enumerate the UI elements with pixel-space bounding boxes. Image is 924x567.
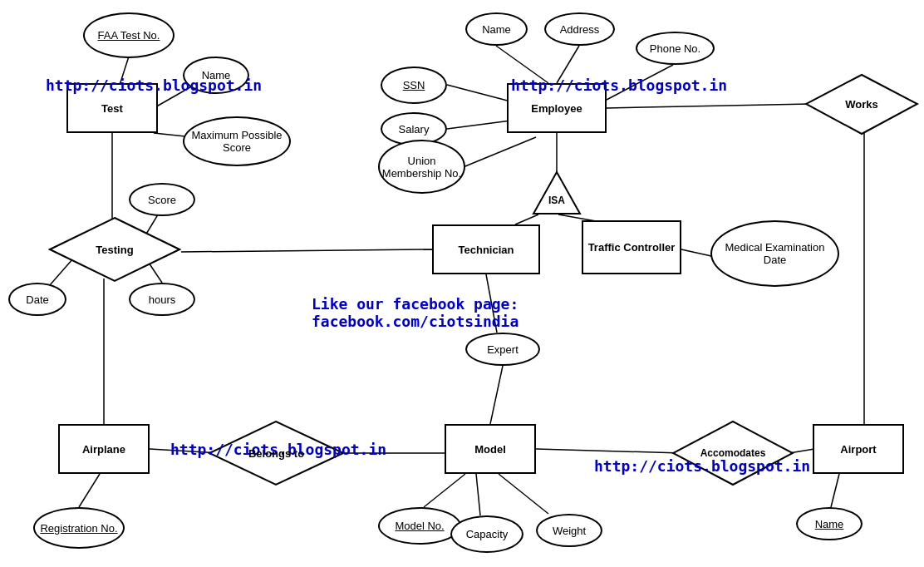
svg-line-23 (490, 366, 503, 424)
svg-text:ISA: ISA (548, 195, 565, 206)
max-possible-score-label: Maximum Possible Score (184, 129, 289, 154)
facebook-promo: Like our facebook page: facebook.com/cio… (312, 295, 519, 330)
max-possible-score-node: Maximum Possible Score (183, 116, 291, 166)
watermark-2: http://ciots.blogspot.in (511, 76, 727, 94)
traffic-controller-node: Traffic Controller (582, 220, 681, 274)
phone-no-node: Phone No. (636, 32, 715, 65)
date-node: Date (8, 283, 66, 316)
technician-label: Technician (459, 244, 514, 256)
airport-name-node: Name (796, 507, 863, 540)
date-label: Date (26, 293, 48, 306)
ssn-node: SSN (381, 67, 447, 104)
emp-name-label: Name (482, 23, 511, 36)
svg-line-25 (424, 474, 465, 507)
emp-name-node: Name (465, 12, 528, 46)
testing-label: Testing (96, 244, 133, 256)
expert-node: Expert (465, 333, 540, 366)
svg-line-27 (499, 474, 548, 514)
er-diagram: FAA Test No. Name Test Maximum Possible … (0, 0, 924, 567)
svg-line-7 (181, 249, 432, 252)
model-no-node: Model No. (378, 507, 461, 545)
capacity-node: Capacity (450, 515, 523, 553)
score-label: Score (148, 194, 176, 206)
watermark-4: http://ciots.blogspot.in (594, 457, 810, 475)
weight-label: Weight (553, 525, 586, 537)
works-label: Works (845, 98, 878, 111)
isa-node: ISA (532, 170, 582, 216)
svg-line-26 (476, 474, 480, 515)
model-label: Model (474, 443, 506, 456)
svg-line-16 (461, 137, 536, 168)
airport-node: Airport (813, 424, 904, 474)
salary-label: Salary (399, 123, 430, 136)
svg-line-21 (607, 104, 810, 108)
expert-label: Expert (487, 343, 519, 356)
medical-exam-date-node: Medical Examination Date (710, 220, 839, 287)
belongs-to-label: Belongs to (248, 447, 304, 460)
weight-node: Weight (536, 514, 602, 547)
ssn-label: SSN (403, 79, 425, 91)
hours-label: hours (149, 293, 176, 306)
svg-line-28 (536, 449, 681, 453)
registration-no-node: Registration No. (33, 507, 125, 549)
phone-no-label: Phone No. (650, 42, 700, 55)
union-membership-label: Union Membership No. (380, 155, 464, 180)
capacity-label: Capacity (466, 528, 509, 540)
faa-test-no-label: FAA Test No. (98, 29, 160, 42)
faa-test-no-node: FAA Test No. (83, 12, 174, 58)
traffic-controller-label: Traffic Controller (588, 241, 676, 254)
technician-node: Technician (432, 224, 540, 274)
address-node: Address (544, 12, 615, 46)
airport-label: Airport (840, 443, 876, 456)
airplane-label: Airplane (82, 443, 125, 456)
hours-node: hours (129, 283, 195, 316)
testing-node: Testing (48, 216, 181, 283)
svg-line-30 (831, 474, 839, 507)
airport-name-label: Name (815, 518, 844, 530)
svg-line-15 (447, 121, 511, 129)
model-node: Model (445, 424, 536, 474)
svg-line-10 (79, 474, 100, 507)
accomodates-node: Accomodates (671, 420, 794, 486)
score-node: Score (129, 183, 195, 216)
airplane-node: Airplane (58, 424, 150, 474)
works-node: Works (804, 73, 919, 136)
medical-exam-date-label: Medical Examination Date (712, 241, 838, 266)
accomodates-label: Accomodates (700, 447, 766, 459)
registration-no-label: Registration No. (40, 522, 117, 535)
watermark-1: http://ciots.blogspot.in (46, 76, 262, 94)
address-label: Address (560, 23, 600, 36)
model-no-label: Model No. (395, 520, 444, 532)
test-label: Test (101, 102, 123, 115)
union-membership-node: Union Membership No. (378, 140, 465, 194)
employee-label: Employee (531, 102, 582, 115)
svg-marker-33 (533, 172, 580, 214)
